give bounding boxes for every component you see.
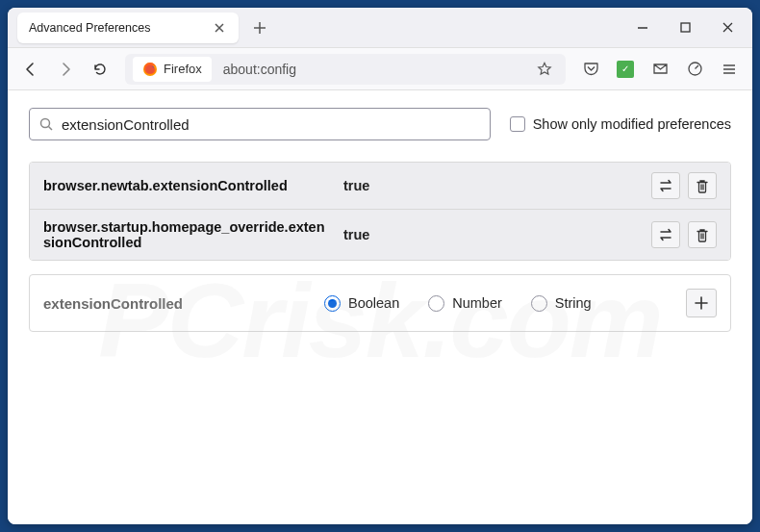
preference-row[interactable]: browser.startup.homepage_override.extens… bbox=[30, 209, 730, 260]
preference-value: true bbox=[343, 178, 640, 193]
bookmark-star-icon[interactable] bbox=[531, 56, 558, 83]
add-preference-name: extensionControlled bbox=[43, 295, 313, 312]
new-tab-button[interactable] bbox=[246, 14, 273, 41]
reload-button[interactable] bbox=[85, 54, 115, 85]
radio-label: Boolean bbox=[348, 295, 399, 311]
url-bar[interactable]: Firefox bbox=[125, 54, 566, 85]
search-box[interactable] bbox=[29, 108, 491, 140]
tab-title: Advanced Preferences bbox=[29, 21, 202, 35]
trash-icon bbox=[696, 228, 709, 242]
url-input[interactable] bbox=[217, 62, 525, 77]
radio-label: String bbox=[555, 295, 592, 311]
close-window-button[interactable] bbox=[706, 9, 748, 47]
radio-label: Number bbox=[452, 295, 502, 311]
menu-button[interactable] bbox=[714, 54, 745, 85]
search-input[interactable] bbox=[62, 116, 480, 133]
about-config-content: PCrisk.com Show only modified preference… bbox=[8, 90, 752, 524]
extension-button[interactable]: ✓ bbox=[610, 54, 641, 85]
radio-boolean[interactable]: Boolean bbox=[324, 295, 399, 312]
back-button[interactable] bbox=[15, 54, 46, 85]
modified-only-label: Show only modified preferences bbox=[533, 116, 731, 132]
navigation-toolbar: Firefox ✓ bbox=[8, 48, 752, 90]
radio-input[interactable] bbox=[531, 295, 547, 312]
preference-name: browser.startup.homepage_override.extens… bbox=[43, 219, 332, 250]
preference-row[interactable]: browser.newtab.extensionControlled true bbox=[30, 163, 730, 209]
toggle-icon bbox=[658, 179, 673, 192]
identity-box[interactable]: Firefox bbox=[133, 57, 212, 82]
browser-window: Advanced Preferences bbox=[8, 8, 752, 524]
preference-actions bbox=[651, 172, 717, 199]
minimize-button[interactable] bbox=[621, 9, 664, 47]
delete-button[interactable] bbox=[688, 172, 717, 199]
preference-name: browser.newtab.extensionControlled bbox=[43, 178, 332, 193]
identity-label: Firefox bbox=[164, 62, 202, 76]
dashboard-button[interactable] bbox=[679, 54, 710, 85]
radio-input[interactable] bbox=[428, 295, 444, 312]
svg-rect-0 bbox=[681, 23, 690, 32]
browser-tab[interactable]: Advanced Preferences bbox=[17, 13, 239, 43]
toggle-button[interactable] bbox=[651, 221, 680, 248]
toggle-button[interactable] bbox=[651, 172, 680, 199]
modified-only-checkbox-row[interactable]: Show only modified preferences bbox=[510, 116, 731, 132]
search-row: Show only modified preferences bbox=[29, 108, 731, 140]
extension-icon: ✓ bbox=[617, 61, 634, 78]
mail-button[interactable] bbox=[645, 54, 675, 85]
radio-input[interactable] bbox=[324, 295, 341, 312]
delete-button[interactable] bbox=[688, 221, 717, 248]
window-controls bbox=[621, 9, 748, 47]
radio-string[interactable]: String bbox=[531, 295, 592, 312]
toggle-icon bbox=[658, 228, 673, 241]
svg-point-3 bbox=[41, 118, 50, 127]
firefox-icon bbox=[142, 62, 158, 77]
search-icon bbox=[39, 117, 54, 132]
titlebar: Advanced Preferences bbox=[8, 8, 752, 48]
forward-button[interactable] bbox=[50, 54, 81, 85]
trash-icon bbox=[696, 179, 709, 193]
radio-number[interactable]: Number bbox=[428, 295, 502, 312]
pocket-button[interactable] bbox=[575, 54, 606, 85]
add-preference-row: extensionControlled Boolean Number Strin… bbox=[29, 274, 731, 332]
preference-actions bbox=[651, 221, 717, 248]
preferences-table: browser.newtab.extensionControlled true … bbox=[29, 162, 731, 261]
close-tab-icon[interactable] bbox=[212, 20, 227, 36]
maximize-button[interactable] bbox=[664, 9, 706, 47]
preference-value: true bbox=[343, 227, 640, 242]
plus-icon bbox=[695, 296, 708, 310]
type-radio-group: Boolean Number String bbox=[324, 295, 674, 312]
add-button[interactable] bbox=[686, 289, 717, 317]
modified-only-checkbox[interactable] bbox=[510, 116, 525, 132]
